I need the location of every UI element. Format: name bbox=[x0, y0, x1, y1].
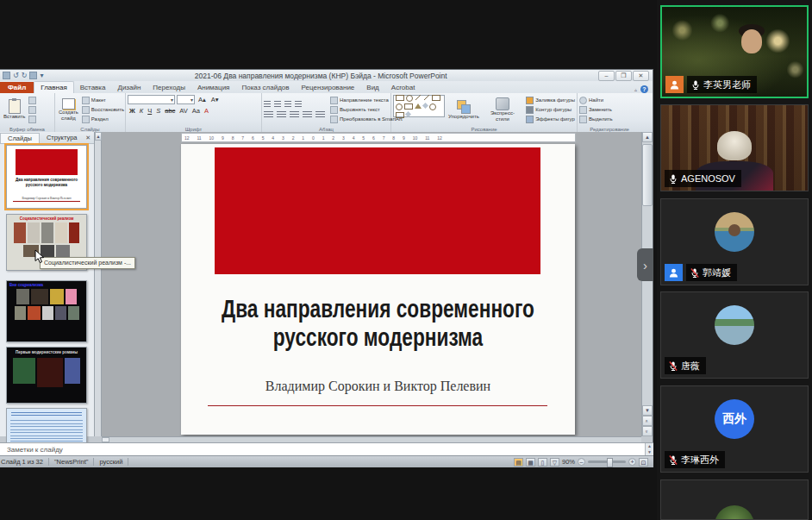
font-name-select[interactable]: ▾ bbox=[128, 95, 175, 104]
tab-design[interactable]: Дизайн bbox=[111, 82, 147, 93]
notes-scrollbar[interactable]: ▲ ▼ bbox=[645, 443, 653, 455]
shape-fill-button[interactable]: Заливка фигуры bbox=[526, 97, 575, 104]
bold-button[interactable]: Ж bbox=[128, 107, 137, 116]
fit-to-window-button[interactable]: ⊡ bbox=[639, 458, 648, 467]
slide-sorter-view-button[interactable]: ▦ bbox=[526, 458, 535, 467]
close-pane-icon[interactable]: ✕ bbox=[85, 135, 94, 141]
reading-view-button[interactable]: ▯ bbox=[538, 458, 547, 467]
shapes-gallery[interactable] bbox=[393, 95, 445, 117]
numbering-icon[interactable] bbox=[274, 101, 281, 108]
save-icon[interactable] bbox=[3, 72, 10, 79]
font-color-button[interactable]: A bbox=[203, 107, 210, 116]
new-slide-button[interactable]: Создать слайд bbox=[57, 95, 80, 124]
font-size-select[interactable]: ▾ bbox=[177, 95, 195, 104]
layout-button[interactable]: Макет bbox=[82, 97, 124, 104]
quick-styles-button[interactable]: Экспресс-стили bbox=[483, 95, 522, 124]
text-shadow-button[interactable]: S bbox=[154, 107, 162, 116]
scroll-up-icon[interactable]: ▲ bbox=[642, 132, 653, 142]
title-bar[interactable]: ↺ ↻ ▾ 2021-06 Два направления модернизма… bbox=[0, 70, 653, 81]
theme-status[interactable]: "NewsPrint" bbox=[49, 458, 95, 466]
slide-thumbnail-4[interactable]: Первые модернистские романы bbox=[6, 347, 87, 404]
scroll-up-icon[interactable]: ▲ bbox=[645, 443, 653, 449]
scrollbar-thumb[interactable] bbox=[642, 144, 653, 206]
redo-icon[interactable]: ↻ bbox=[22, 72, 28, 78]
slide-thumbnail-5[interactable] bbox=[6, 408, 87, 444]
close-button[interactable]: ✕ bbox=[633, 71, 649, 81]
slide-scrollbar[interactable]: ▲ ▼ « » bbox=[641, 132, 653, 436]
zoom-level[interactable]: 90% bbox=[562, 458, 575, 466]
scroll-down-icon[interactable]: ▼ bbox=[642, 405, 653, 416]
change-case-button[interactable]: Aa bbox=[191, 107, 202, 116]
bullets-icon[interactable] bbox=[264, 101, 271, 108]
language-status[interactable]: русский bbox=[94, 458, 128, 466]
align-center-icon[interactable] bbox=[277, 111, 286, 118]
strikethrough-button[interactable]: abc bbox=[163, 107, 177, 116]
shape-effects-button[interactable]: Эффекты фигур bbox=[526, 116, 575, 123]
section-button[interactable]: Раздел bbox=[82, 116, 124, 123]
copy-icon[interactable] bbox=[28, 106, 36, 114]
underline-button[interactable]: Ч bbox=[146, 107, 153, 116]
participant-tile[interactable]: AGENOSOV bbox=[660, 104, 809, 191]
slideshow-icon[interactable] bbox=[29, 72, 37, 79]
tab-animations[interactable]: Анимация bbox=[191, 82, 236, 93]
tab-file[interactable]: Файл bbox=[0, 82, 34, 93]
cut-icon[interactable] bbox=[28, 97, 36, 104]
shape-outline-button[interactable]: Контур фигуры bbox=[526, 106, 575, 114]
undo-icon[interactable]: ↺ bbox=[13, 72, 19, 78]
slide-number-status[interactable]: Слайд 1 из 32 bbox=[0, 458, 49, 466]
previous-slide-button[interactable]: « bbox=[642, 416, 653, 426]
slide-thumbnail-1[interactable]: Два направления современного русского мо… bbox=[6, 145, 87, 209]
tab-transitions[interactable]: Переходы bbox=[147, 82, 191, 93]
maximize-button[interactable]: ❒ bbox=[615, 71, 632, 81]
scroll-down-icon[interactable]: ▼ bbox=[645, 449, 653, 455]
zoom-in-button[interactable]: + bbox=[628, 458, 636, 466]
grow-font-button[interactable]: A▴ bbox=[197, 96, 208, 104]
columns-icon[interactable] bbox=[315, 111, 325, 118]
slide-canvas[interactable]: Два направления современного русского мо… bbox=[181, 144, 575, 435]
participant-tile[interactable] bbox=[660, 479, 809, 520]
align-right-icon[interactable] bbox=[290, 111, 299, 118]
scroll-up-icon[interactable]: ▲ bbox=[95, 132, 102, 141]
tab-home[interactable]: Главная bbox=[34, 81, 73, 93]
slide-thumbnail-3[interactable]: Вне соцреализма bbox=[6, 280, 87, 342]
tab-review[interactable]: Рецензирование bbox=[296, 82, 361, 93]
slideshow-view-button[interactable]: ▽ bbox=[550, 458, 559, 467]
paste-button[interactable]: Вставить bbox=[2, 95, 27, 124]
horizontal-scrollbar[interactable] bbox=[102, 436, 641, 442]
next-slide-button[interactable]: » bbox=[642, 426, 653, 436]
minimize-ribbon-icon[interactable]: ▵ bbox=[634, 86, 637, 92]
collapse-sidebar-button[interactable]: › bbox=[637, 248, 653, 281]
indent-more-icon[interactable] bbox=[295, 101, 302, 108]
character-spacing-button[interactable]: AV bbox=[178, 107, 189, 116]
reset-button[interactable]: Восстановить bbox=[82, 106, 124, 114]
participant-tile[interactable]: 郭靖媛 bbox=[660, 198, 809, 285]
tab-slides-thumbnails[interactable]: Слайды bbox=[0, 133, 40, 143]
find-button[interactable]: Найти bbox=[579, 97, 613, 104]
participant-tile[interactable]: 唐薇 bbox=[660, 291, 809, 379]
tab-slideshow[interactable]: Показ слайдов bbox=[235, 82, 295, 93]
shrink-font-button[interactable]: A▾ bbox=[209, 96, 221, 104]
tab-view[interactable]: Вид bbox=[360, 82, 384, 93]
italic-button[interactable]: К bbox=[138, 107, 145, 116]
slide-title[interactable]: Два направления современного русского мо… bbox=[213, 295, 544, 353]
indent-less-icon[interactable] bbox=[284, 101, 291, 108]
normal-view-button[interactable]: ▤ bbox=[514, 458, 523, 467]
help-icon[interactable]: ? bbox=[640, 85, 648, 93]
tab-insert[interactable]: Вставка bbox=[74, 82, 112, 93]
tab-outline[interactable]: Структура bbox=[40, 133, 84, 142]
participant-tile[interactable]: 李英男老师 bbox=[660, 5, 809, 98]
minimize-button[interactable]: – bbox=[598, 71, 615, 81]
tab-acrobat[interactable]: Acrobat bbox=[385, 82, 422, 93]
notes-pane[interactable]: Заметки к слайду ▲ ▼ bbox=[0, 442, 653, 455]
slide-subtitle[interactable]: Владимир Сорокин и Виктор Пелевин bbox=[181, 379, 575, 394]
format-painter-icon[interactable] bbox=[28, 116, 36, 123]
replace-button[interactable]: Заменить bbox=[579, 106, 613, 114]
participant-tile[interactable]: 西外 李琳西外 bbox=[660, 385, 809, 473]
slide-red-banner[interactable] bbox=[215, 147, 540, 274]
select-button[interactable]: Выделить bbox=[579, 116, 613, 123]
align-left-icon[interactable] bbox=[264, 111, 273, 118]
arrange-button[interactable]: Упорядочить bbox=[447, 95, 481, 124]
zoom-slider[interactable] bbox=[588, 460, 626, 463]
slides-pane-scrollbar[interactable]: ▲ bbox=[95, 132, 102, 436]
zoom-slider-thumb[interactable] bbox=[607, 458, 613, 467]
